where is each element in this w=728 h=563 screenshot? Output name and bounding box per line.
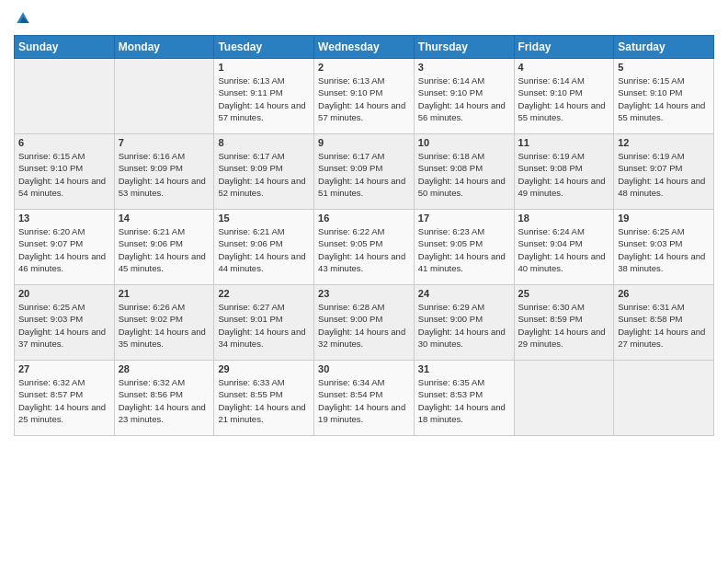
day-info: Sunrise: 6:32 AM Sunset: 8:57 PM Dayligh…: [18, 376, 110, 425]
weekday-header-thursday: Thursday: [414, 36, 514, 59]
calendar-cell: 26Sunrise: 6:31 AM Sunset: 8:58 PM Dayli…: [614, 285, 714, 361]
day-info: Sunrise: 6:19 AM Sunset: 9:08 PM Dayligh…: [518, 150, 610, 199]
day-info: Sunrise: 6:35 AM Sunset: 8:53 PM Dayligh…: [418, 376, 510, 425]
day-number: 30: [318, 363, 410, 374]
calendar-cell: 31Sunrise: 6:35 AM Sunset: 8:53 PM Dayli…: [414, 361, 514, 436]
weekday-header-friday: Friday: [514, 36, 614, 59]
calendar-cell: 2Sunrise: 6:13 AM Sunset: 9:10 PM Daylig…: [314, 59, 415, 134]
day-info: Sunrise: 6:25 AM Sunset: 9:03 PM Dayligh…: [618, 225, 710, 274]
day-info: Sunrise: 6:14 AM Sunset: 9:10 PM Dayligh…: [518, 75, 610, 123]
calendar-cell: 6Sunrise: 6:15 AM Sunset: 9:10 PM Daylig…: [15, 134, 115, 210]
calendar-week-row: 13Sunrise: 6:20 AM Sunset: 9:07 PM Dayli…: [15, 210, 714, 285]
calendar-cell: 7Sunrise: 6:16 AM Sunset: 9:09 PM Daylig…: [114, 134, 214, 210]
calendar-cell: 4Sunrise: 6:14 AM Sunset: 9:10 PM Daylig…: [514, 59, 614, 134]
day-info: Sunrise: 6:28 AM Sunset: 9:00 PM Dayligh…: [318, 301, 410, 350]
day-info: Sunrise: 6:33 AM Sunset: 8:55 PM Dayligh…: [218, 376, 310, 425]
calendar-cell: 16Sunrise: 6:22 AM Sunset: 9:05 PM Dayli…: [314, 210, 415, 285]
day-info: Sunrise: 6:32 AM Sunset: 8:56 PM Dayligh…: [119, 376, 210, 425]
calendar-cell: 28Sunrise: 6:32 AM Sunset: 8:56 PM Dayli…: [114, 361, 214, 436]
day-info: Sunrise: 6:21 AM Sunset: 9:06 PM Dayligh…: [119, 225, 210, 274]
day-info: Sunrise: 6:20 AM Sunset: 9:07 PM Dayligh…: [18, 225, 110, 274]
day-info: Sunrise: 6:13 AM Sunset: 9:11 PM Dayligh…: [218, 75, 310, 123]
day-info: Sunrise: 6:17 AM Sunset: 9:09 PM Dayligh…: [218, 150, 310, 199]
day-number: 6: [18, 137, 110, 148]
calendar-cell: 9Sunrise: 6:17 AM Sunset: 9:09 PM Daylig…: [314, 134, 415, 210]
calendar-cell: 17Sunrise: 6:23 AM Sunset: 9:05 PM Dayli…: [414, 210, 514, 285]
day-info: Sunrise: 6:31 AM Sunset: 8:58 PM Dayligh…: [618, 301, 710, 350]
day-number: 19: [618, 213, 710, 224]
day-info: Sunrise: 6:25 AM Sunset: 9:03 PM Dayligh…: [18, 301, 110, 350]
weekday-header-tuesday: Tuesday: [214, 36, 314, 59]
day-number: 11: [518, 137, 610, 148]
day-info: Sunrise: 6:21 AM Sunset: 9:06 PM Dayligh…: [218, 225, 310, 274]
day-number: 22: [218, 288, 310, 299]
calendar-header: SundayMondayTuesdayWednesdayThursdayFrid…: [15, 36, 714, 59]
day-info: Sunrise: 6:30 AM Sunset: 8:59 PM Dayligh…: [518, 301, 610, 350]
day-number: 18: [518, 213, 610, 224]
day-info: Sunrise: 6:19 AM Sunset: 9:07 PM Dayligh…: [618, 150, 710, 199]
calendar-cell: 21Sunrise: 6:26 AM Sunset: 9:02 PM Dayli…: [114, 285, 214, 361]
day-info: Sunrise: 6:34 AM Sunset: 8:54 PM Dayligh…: [318, 376, 410, 425]
day-number: 20: [18, 288, 110, 299]
day-number: 3: [418, 62, 510, 73]
calendar-cell: 30Sunrise: 6:34 AM Sunset: 8:54 PM Dayli…: [314, 361, 415, 436]
day-info: Sunrise: 6:22 AM Sunset: 9:05 PM Dayligh…: [318, 225, 410, 274]
calendar-cell: [514, 361, 614, 436]
weekday-header-monday: Monday: [114, 36, 214, 59]
day-number: 5: [618, 62, 710, 73]
day-number: 28: [119, 363, 210, 374]
calendar-table: SundayMondayTuesdayWednesdayThursdayFrid…: [14, 35, 714, 436]
day-number: 29: [218, 363, 310, 374]
weekday-header-row: SundayMondayTuesdayWednesdayThursdayFrid…: [15, 36, 714, 59]
header: [14, 9, 714, 28]
day-number: 31: [418, 363, 510, 374]
calendar-cell: 18Sunrise: 6:24 AM Sunset: 9:04 PM Dayli…: [514, 210, 614, 285]
calendar-cell: [614, 361, 714, 436]
calendar-cell: 15Sunrise: 6:21 AM Sunset: 9:06 PM Dayli…: [214, 210, 314, 285]
calendar-week-row: 20Sunrise: 6:25 AM Sunset: 9:03 PM Dayli…: [15, 285, 714, 361]
day-number: 21: [119, 288, 210, 299]
day-number: 16: [318, 213, 410, 224]
day-number: 10: [418, 137, 510, 148]
calendar-cell: 5Sunrise: 6:15 AM Sunset: 9:10 PM Daylig…: [614, 59, 714, 134]
day-number: 12: [618, 137, 710, 148]
calendar-cell: 13Sunrise: 6:20 AM Sunset: 9:07 PM Dayli…: [15, 210, 115, 285]
day-number: 15: [218, 213, 310, 224]
day-number: 14: [119, 213, 210, 224]
day-number: 27: [18, 363, 110, 374]
day-number: 17: [418, 213, 510, 224]
calendar-cell: 12Sunrise: 6:19 AM Sunset: 9:07 PM Dayli…: [614, 134, 714, 210]
calendar-body: 1Sunrise: 6:13 AM Sunset: 9:11 PM Daylig…: [15, 59, 714, 436]
calendar-cell: 14Sunrise: 6:21 AM Sunset: 9:06 PM Dayli…: [114, 210, 214, 285]
day-number: 4: [518, 62, 610, 73]
day-number: 13: [18, 213, 110, 224]
day-number: 26: [618, 288, 710, 299]
calendar-cell: 3Sunrise: 6:14 AM Sunset: 9:10 PM Daylig…: [414, 59, 514, 134]
day-number: 25: [518, 288, 610, 299]
day-number: 23: [318, 288, 410, 299]
calendar-cell: 10Sunrise: 6:18 AM Sunset: 9:08 PM Dayli…: [414, 134, 514, 210]
calendar-cell: [114, 59, 214, 134]
day-number: 1: [218, 62, 310, 73]
day-info: Sunrise: 6:27 AM Sunset: 9:01 PM Dayligh…: [218, 301, 310, 350]
day-number: 7: [119, 137, 210, 148]
day-info: Sunrise: 6:23 AM Sunset: 9:05 PM Dayligh…: [418, 225, 510, 274]
logo: [14, 9, 36, 28]
calendar-cell: 1Sunrise: 6:13 AM Sunset: 9:11 PM Daylig…: [214, 59, 314, 134]
day-info: Sunrise: 6:24 AM Sunset: 9:04 PM Dayligh…: [518, 225, 610, 274]
day-info: Sunrise: 6:14 AM Sunset: 9:10 PM Dayligh…: [418, 75, 510, 123]
day-info: Sunrise: 6:18 AM Sunset: 9:08 PM Dayligh…: [418, 150, 510, 199]
day-info: Sunrise: 6:15 AM Sunset: 9:10 PM Dayligh…: [18, 150, 110, 199]
day-number: 2: [318, 62, 410, 73]
weekday-header-saturday: Saturday: [614, 36, 714, 59]
day-info: Sunrise: 6:26 AM Sunset: 9:02 PM Dayligh…: [119, 301, 210, 350]
calendar-cell: 11Sunrise: 6:19 AM Sunset: 9:08 PM Dayli…: [514, 134, 614, 210]
weekday-header-sunday: Sunday: [15, 36, 115, 59]
day-number: 8: [218, 137, 310, 148]
calendar-week-row: 6Sunrise: 6:15 AM Sunset: 9:10 PM Daylig…: [15, 134, 714, 210]
day-info: Sunrise: 6:17 AM Sunset: 9:09 PM Dayligh…: [318, 150, 410, 199]
calendar-cell: 22Sunrise: 6:27 AM Sunset: 9:01 PM Dayli…: [214, 285, 314, 361]
day-info: Sunrise: 6:15 AM Sunset: 9:10 PM Dayligh…: [618, 75, 710, 123]
day-number: 9: [318, 137, 410, 148]
calendar-cell: 27Sunrise: 6:32 AM Sunset: 8:57 PM Dayli…: [15, 361, 115, 436]
